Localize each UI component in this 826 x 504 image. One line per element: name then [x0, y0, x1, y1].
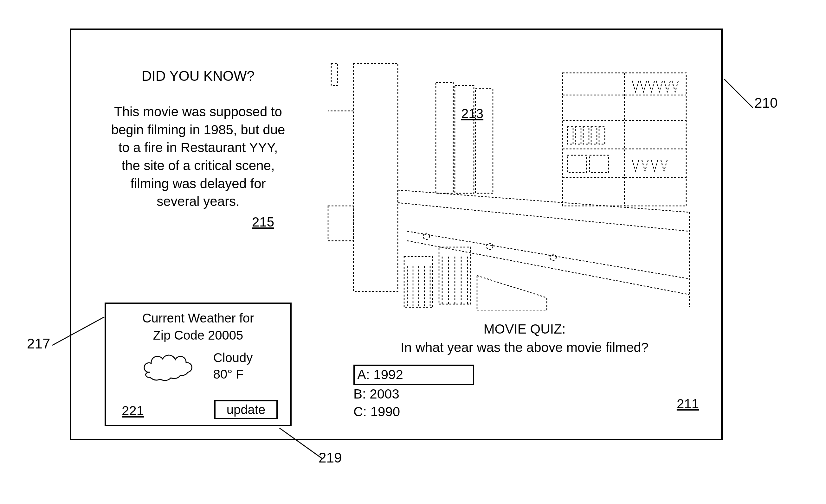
- quiz-heading: MOVIE QUIZ:: [347, 321, 702, 337]
- svg-rect-15: [591, 127, 597, 144]
- svg-point-27: [550, 254, 556, 260]
- trivia-body: This movie was supposed to begin filming…: [109, 103, 287, 211]
- svg-rect-13: [575, 127, 581, 144]
- svg-rect-17: [567, 155, 586, 173]
- svg-rect-0: [331, 63, 338, 85]
- svg-rect-12: [567, 127, 573, 144]
- scene-ref-number: 213: [461, 106, 483, 121]
- svg-line-41: [724, 79, 753, 108]
- svg-line-42: [52, 317, 105, 345]
- lead-line-screen: [724, 79, 756, 117]
- weather-temperature: 80° F: [213, 366, 253, 382]
- quiz-answer-c[interactable]: C: 1990: [353, 403, 702, 421]
- svg-rect-40: [328, 206, 353, 241]
- weather-title: Current Weather for Zip Code 20005: [106, 310, 290, 344]
- svg-point-26: [486, 243, 493, 250]
- lead-line-update: [279, 428, 333, 466]
- weather-widget: Current Weather for Zip Code 20005 Cloud…: [105, 303, 292, 426]
- lead-line-weather: [52, 317, 106, 355]
- callout-weather-ref: 217: [27, 336, 50, 352]
- quiz-answer-a[interactable]: A: 1992: [353, 365, 474, 385]
- quiz-question: In what year was the above movie filmed?: [347, 340, 702, 355]
- trivia-ref-number: 215: [252, 214, 274, 230]
- figure-canvas: DID YOU KNOW? This movie was supposed to…: [0, 0, 826, 504]
- cloud-icon: [143, 347, 197, 385]
- svg-rect-18: [590, 155, 608, 173]
- callout-screen-ref: 210: [754, 95, 777, 111]
- svg-rect-3: [436, 82, 453, 193]
- weather-title-line2: Zip Code 20005: [153, 328, 243, 342]
- weather-ref-number: 221: [122, 403, 144, 419]
- weather-condition: Cloudy: [213, 350, 253, 366]
- update-button[interactable]: update: [214, 400, 278, 419]
- weather-condition-block: Cloudy 80° F: [213, 350, 253, 382]
- svg-rect-5: [475, 89, 493, 193]
- trivia-panel: DID YOU KNOW? This movie was supposed to…: [109, 68, 287, 211]
- display-screen: DID YOU KNOW? This movie was supposed to…: [70, 28, 723, 440]
- svg-line-23: [407, 231, 689, 279]
- movie-scene-image: 213: [325, 54, 702, 310]
- quiz-panel: MOVIE QUIZ: In what year was the above m…: [347, 321, 702, 421]
- svg-rect-4: [455, 85, 474, 193]
- quiz-answer-b[interactable]: B: 2003: [353, 385, 702, 403]
- svg-rect-1: [353, 63, 398, 292]
- svg-rect-16: [599, 127, 605, 144]
- svg-line-43: [279, 428, 323, 459]
- weather-title-line1: Current Weather for: [142, 311, 254, 325]
- quiz-ref-number: 211: [677, 396, 699, 412]
- trivia-heading: DID YOU KNOW?: [109, 68, 287, 84]
- svg-rect-14: [583, 127, 589, 144]
- svg-line-20: [398, 203, 689, 231]
- svg-line-24: [407, 241, 689, 295]
- scene-svg: [325, 54, 702, 310]
- quiz-answers: A: 1992 B: 2003 C: 1990: [353, 365, 702, 421]
